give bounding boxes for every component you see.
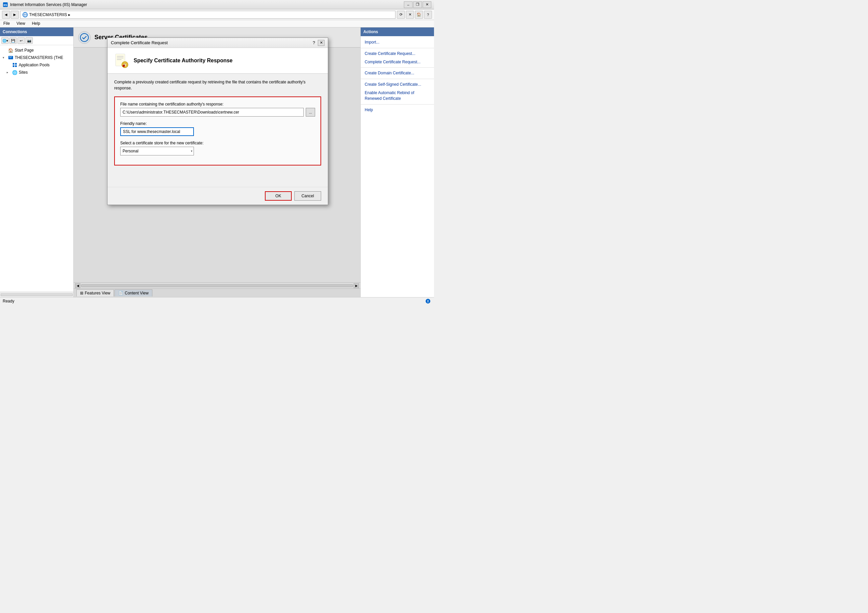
action-create-self-signed[interactable]: Create Self-Signed Certificate... [361,81,434,89]
svg-rect-18 [117,59,122,60]
undo-btn[interactable]: ↩ [17,37,25,44]
browse-button[interactable]: ... [306,108,315,116]
window-title: Internet Information Services (IIS) Mana… [10,2,87,7]
modal-help-button[interactable]: ? [312,40,316,45]
sidebar-item-server[interactable]: ▾ THESECMASTERIIS (THE [0,54,73,61]
friendly-name-row [120,127,315,136]
actions-header: Actions [361,28,434,36]
menu-view[interactable]: View [15,21,26,26]
svg-rect-9 [13,63,14,65]
friendly-name-input[interactable] [120,127,194,136]
toolbar: ◀ ▶ THESECMASTERIIS ▸ ⟳ ✕ 🏠 ? [0,9,434,20]
modal-titlebar: Complete Certificate Request ? ✕ [107,38,328,48]
actions-panel: Actions Import... Create Certificate Req… [360,28,434,297]
expand-icon-server: ▾ [3,56,7,59]
store-select[interactable]: Personal Web Hosting [120,147,194,155]
forward-button[interactable]: ▶ [11,11,19,19]
certificate-icon [113,53,129,69]
divider-1 [361,48,434,48]
server-icon [8,55,13,60]
modal-header-title: Specify Certificate Authority Response [133,57,232,64]
snapshot-btn[interactable]: 📷 [25,37,33,44]
divider-2 [361,67,434,68]
address-bar: THESECMASTERIIS ▸ [20,11,395,19]
content-area: Server Certificates ◀ ▶ ⊞ Features View … [74,28,360,297]
app-icon: IIS [3,2,8,7]
action-help[interactable]: Help [361,106,434,114]
svg-rect-11 [13,65,14,67]
file-label: File name containing the certification a… [120,102,315,107]
sidebar-header: Connections [0,28,73,36]
restore-button[interactable]: ❐ [413,2,422,8]
sites-label: Sites [19,70,28,75]
sidebar-toolbar: 🌐▾ 💾 ↩ 📷 [0,36,73,45]
divider-3 [361,79,434,79]
modal-body: Complete a previously created certificat… [107,74,328,187]
expand-icon-sites: ▸ [7,71,11,74]
back-button[interactable]: ◀ [2,11,10,19]
svg-rect-16 [117,56,124,57]
menu-help[interactable]: Help [31,21,42,26]
refresh-icon[interactable]: ⟳ [397,11,405,19]
server-label: THESECMASTERIIS (THE [15,55,63,60]
address-text: THESECMASTERIIS ▸ [29,12,70,17]
action-create-domain-cert[interactable]: Create Domain Certificate... [361,69,434,78]
file-input[interactable] [120,108,304,116]
sidebar-item-app-pools[interactable]: Application Pools [0,61,73,69]
globe-icon [22,12,28,17]
modal-footer: OK Cancel [107,187,328,205]
svg-point-26 [428,300,429,301]
action-complete-cert-req[interactable]: Complete Certificate Request... [361,58,434,66]
svg-rect-6 [9,57,10,57]
sidebar-item-label: Start Page [15,48,34,53]
sidebar-item-start-page[interactable]: 🏠 Start Page [0,47,73,54]
svg-rect-12 [15,65,17,67]
sidebar-tree: 🏠 Start Page ▾ THESECMASTERIIS (THE Appl… [0,45,73,292]
close-button[interactable]: ✕ [423,2,431,8]
modal-dialog: Complete Certificate Request ? ✕ [107,37,328,205]
modal-form-section: File name containing the certification a… [114,96,321,166]
app-pools-label: Application Pools [19,63,50,67]
store-select-wrapper: Personal Web Hosting ▾ [120,147,194,155]
main-layout: Connections 🌐▾ 💾 ↩ 📷 🏠 Start Page ▾ THES… [0,28,434,297]
action-create-cert-req[interactable]: Create Certificate Request... [361,50,434,58]
modal-overlay: Complete Certificate Request ? ✕ [74,28,360,297]
status-icon [425,298,431,304]
app-pools-icon [12,62,17,68]
sidebar-item-sites[interactable]: ▸ 🌐 Sites [0,69,73,76]
store-row: Personal Web Hosting ▾ [120,147,315,155]
action-enable-rebind[interactable]: Enable Automatic Rebind of Renewed Certi… [361,89,434,103]
menu-file[interactable]: File [2,21,11,26]
cancel-button[interactable]: Cancel [294,191,321,201]
title-bar: IIS Internet Information Services (IIS) … [0,0,434,9]
modal-description: Complete a previously created certificat… [114,79,321,91]
sidebar: Connections 🌐▾ 💾 ↩ 📷 🏠 Start Page ▾ THES… [0,28,74,297]
action-import[interactable]: Import... [361,38,434,47]
sidebar-scrollbar[interactable] [0,292,73,297]
svg-rect-10 [15,63,17,65]
status-bar: Ready [0,297,434,304]
modal-title: Complete Certificate Request [111,40,168,45]
modal-header: Specify Certificate Authority Response [107,48,328,74]
home-icon[interactable]: 🏠 [415,11,423,19]
help-icon[interactable]: ? [424,11,432,19]
globe-dropdown-btn[interactable]: 🌐▾ [2,37,9,44]
friendly-name-label: Friendly name: [120,121,315,126]
start-page-icon: 🏠 [8,48,13,53]
save-btn[interactable]: 💾 [9,37,17,44]
stop-icon[interactable]: ✕ [406,11,414,19]
modal-controls: ? ✕ [312,40,324,46]
svg-rect-8 [10,57,11,58]
svg-rect-17 [117,57,124,58]
file-input-row: ... [120,108,315,116]
modal-close-button[interactable]: ✕ [318,40,324,46]
expand-icon [3,48,7,52]
ok-button[interactable]: OK [265,191,292,201]
menu-bar: File View Help [0,20,434,28]
svg-rect-27 [428,301,428,303]
status-text: Ready [3,299,14,304]
store-label: Select a certificate store for the new c… [120,141,315,145]
minimize-button[interactable]: – [404,2,412,8]
sites-icon: 🌐 [12,70,17,75]
actions-list: Import... Create Certificate Request... … [361,36,434,116]
